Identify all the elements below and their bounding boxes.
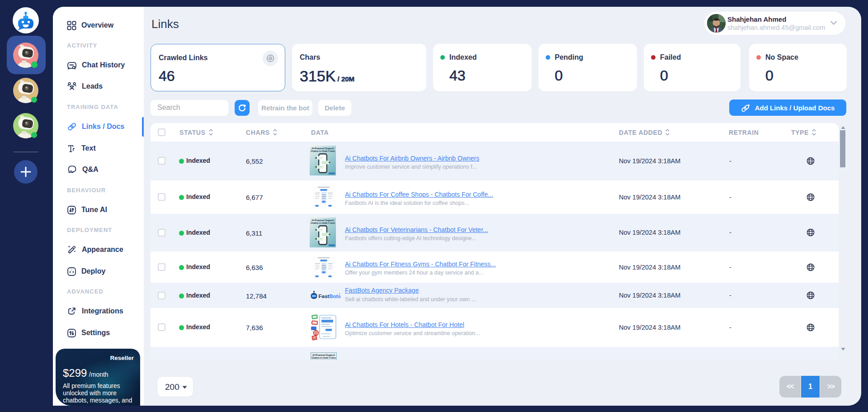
svg-text:Chatbot in Under 5 mins: Chatbot in Under 5 mins [311, 150, 335, 152]
svg-text:AI-Powered Support: AI-Powered Support [312, 354, 335, 356]
svg-text:AI-Powered Support: AI-Powered Support [311, 147, 334, 150]
svg-text:FastBots: FastBots [319, 294, 341, 299]
svg-text:Chatbot in Under 5 mins: Chatbot in Under 5 mins [311, 222, 335, 224]
svg-text:AI-Powered Support: AI-Powered Support [311, 219, 334, 222]
svg-text:Chatbot in Under 5 mins: Chatbot in Under 5 mins [311, 357, 336, 359]
